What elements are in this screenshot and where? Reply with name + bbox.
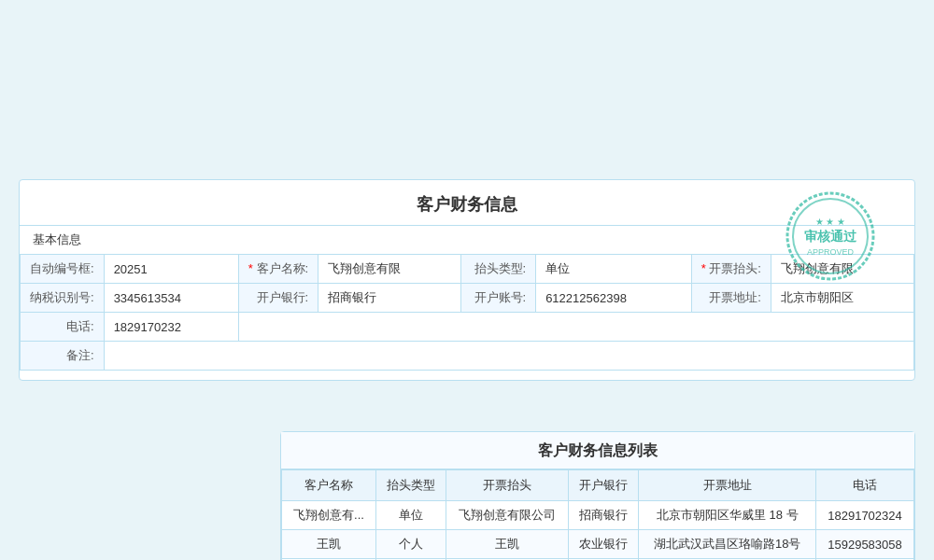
- section-basic-info: 基本信息: [20, 225, 914, 254]
- remark-value: [104, 342, 913, 371]
- list-cell[interactable]: 王凯: [282, 530, 376, 559]
- list-cell: 单位: [375, 501, 446, 530]
- list-cell: 湖北武汉武昌区珞喻路18号: [639, 530, 816, 559]
- basic-info-table: 自动编号框: 20251 * 客户名称: 飞翔创意有限 抬头类型: 单位 * 开…: [20, 254, 914, 371]
- required-star-2: *: [701, 261, 706, 275]
- section-label-text: 基本信息: [33, 232, 81, 246]
- form-row-3: 电话: 1829170232: [21, 313, 914, 342]
- list-cell[interactable]: 飞翔创意有...: [282, 501, 376, 530]
- list-cell: 15929583058: [816, 530, 914, 559]
- list-item[interactable]: 飞翔创意有...单位飞翔创意有限公司招商银行北京市朝阳区华威里 18 号1829…: [282, 501, 914, 530]
- list-header-row: 客户名称 抬头类型 开票抬头 开户银行 开票地址 电话: [282, 470, 914, 501]
- remark-label: 备注:: [21, 342, 105, 371]
- form-row-1: 自动编号框: 20251 * 客户名称: 飞翔创意有限 抬头类型: 单位 * 开…: [21, 255, 914, 284]
- top-card-title: 客户财务信息: [20, 180, 914, 225]
- bottom-card-title: 客户财务信息列表: [281, 432, 914, 469]
- approval-stamp: ★ ★ ★ 审核通过 APPROVED: [784, 189, 877, 283]
- phone-value: 1829170232: [104, 313, 238, 342]
- auto-code-label: 自动编号框:: [21, 255, 105, 284]
- form-row-remark: 备注:: [21, 342, 914, 371]
- invoice-address-label: 开票地址:: [691, 284, 771, 313]
- col-address: 开票地址: [639, 470, 816, 501]
- col-invoice-header: 开票抬头: [446, 470, 569, 501]
- form-title: 客户财务信息: [417, 195, 517, 214]
- list-title: 客户财务信息列表: [538, 442, 658, 458]
- bank-value: 招商银行: [318, 284, 461, 313]
- customer-name-label: * 客户名称:: [238, 255, 318, 284]
- customer-list-table: 客户名称 抬头类型 开票抬头 开户银行 开票地址 电话 飞翔创意有...单位飞翔…: [281, 469, 914, 560]
- form-row-2: 纳税识别号: 3345613534 开户银行: 招商银行 开户账号: 61221…: [21, 284, 914, 313]
- list-cell: 北京市朝阳区华威里 18 号: [639, 501, 816, 530]
- tax-id-label: 纳税识别号:: [21, 284, 105, 313]
- phone-label: 电话:: [21, 313, 105, 342]
- list-cell: 招商银行: [569, 501, 639, 530]
- required-star: *: [248, 261, 253, 275]
- top-form-card: 客户财务信息 ★ ★ ★ 审核通过 APPROVED 基本信息 自动编号框: 2…: [19, 179, 915, 381]
- list-cell: 农业银行: [569, 530, 639, 559]
- bank-account-value: 612212562398: [536, 284, 692, 313]
- list-item[interactable]: 王凯个人王凯农业银行湖北武汉武昌区珞喻路18号15929583058: [282, 530, 914, 559]
- header-type-label: 抬头类型:: [461, 255, 536, 284]
- tax-id-value: 3345613534: [104, 284, 238, 313]
- header-type-value: 单位: [536, 255, 692, 284]
- col-phone: 电话: [816, 470, 914, 501]
- col-name: 客户名称: [282, 470, 376, 501]
- auto-code-value: 20251: [104, 255, 238, 284]
- phone-extra: [238, 313, 913, 342]
- customer-name-label-text: 客户名称:: [257, 261, 309, 275]
- bank-account-label: 开户账号:: [461, 284, 536, 313]
- invoice-address-value: 北京市朝阳区: [771, 284, 913, 313]
- list-cell: 王凯: [446, 530, 569, 559]
- svg-text:APPROVED: APPROVED: [807, 247, 855, 257]
- list-cell: 个人: [375, 530, 446, 559]
- svg-text:★ ★ ★: ★ ★ ★: [815, 217, 846, 227]
- list-cell: 飞翔创意有限公司: [446, 501, 569, 530]
- invoice-header-label: * 开票抬头:: [691, 255, 771, 284]
- customer-name-value: 飞翔创意有限: [318, 255, 461, 284]
- bottom-list-card: 客户财务信息列表 客户名称 抬头类型 开票抬头 开户银行 开票地址 电话 飞翔创…: [280, 431, 915, 560]
- svg-text:审核通过: 审核通过: [804, 229, 857, 244]
- col-header-type: 抬头类型: [375, 470, 446, 501]
- bank-label: 开户银行:: [238, 284, 318, 313]
- list-cell: 18291702324: [816, 501, 914, 530]
- invoice-header-label-text: 开票抬头:: [709, 261, 761, 275]
- col-bank: 开户银行: [569, 470, 639, 501]
